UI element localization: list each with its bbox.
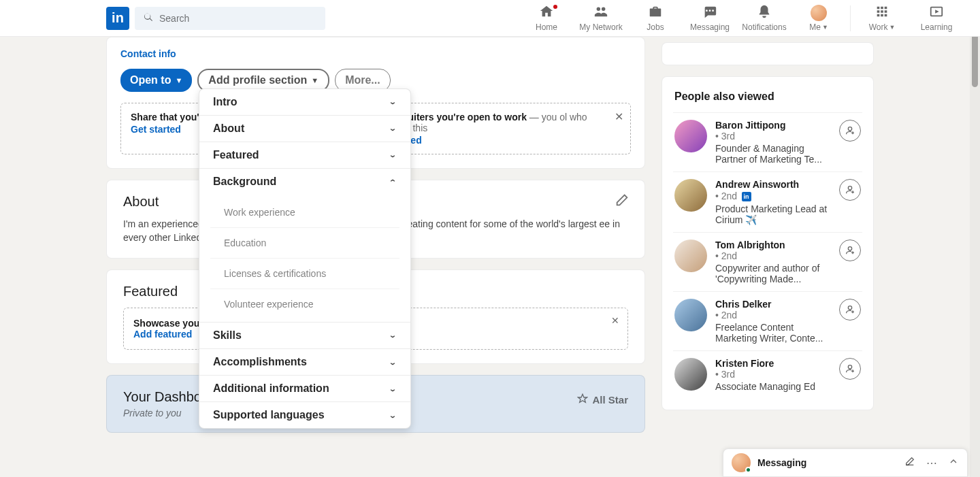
- dd-skills[interactable]: Skills ⌄: [199, 322, 410, 349]
- network-icon: [593, 4, 608, 21]
- pv-desc: Founder & Managing Partner of Marketing …: [715, 143, 831, 165]
- nav-network[interactable]: My Network: [574, 0, 628, 37]
- nav-network-label: My Network: [579, 22, 622, 32]
- dd-additional-info[interactable]: Additional information ⌄: [199, 376, 410, 402]
- pv-item[interactable]: Chris Delker • 2nd Freelance Content Mar…: [673, 291, 862, 350]
- dd-featured[interactable]: Featured ⌄: [199, 142, 410, 169]
- global-nav: in Home My Network Jobs: [0, 0, 980, 37]
- nav-learning[interactable]: Learning: [909, 0, 964, 37]
- pv-name: Andrew Ainsworth: [715, 179, 831, 190]
- dd-background-label: Background: [213, 176, 276, 188]
- pv-desc: Associate Managing Ed: [715, 381, 831, 392]
- hiring-bold: Share that you're: [131, 112, 208, 122]
- dd-intro-label: Intro: [213, 96, 238, 108]
- chevron-up-icon[interactable]: [948, 456, 959, 470]
- nav-notifications-label: Notifications: [742, 22, 786, 32]
- search-input[interactable]: [159, 13, 320, 24]
- grid-icon: [875, 4, 889, 21]
- people-also-viewed: People also viewed Baron Jittipong • 3rd…: [662, 76, 874, 410]
- dd-about[interactable]: About ⌄: [199, 116, 410, 142]
- aside-top-card: [662, 42, 874, 65]
- dd-about-label: About: [213, 122, 244, 135]
- allstar-badge: All Star: [577, 393, 628, 406]
- nav-jobs[interactable]: Jobs: [628, 0, 683, 37]
- pv-degree: • 2nd: [715, 250, 831, 261]
- avatar: [674, 120, 707, 152]
- open-to-work-callout: ✕ recruiters you're open to work — you o…: [380, 103, 631, 154]
- aside-title: People also viewed: [673, 88, 862, 112]
- dd-supported-languages[interactable]: Supported languages ⌄: [199, 402, 410, 428]
- nav-messaging[interactable]: Messaging: [683, 0, 737, 37]
- messaging-overlay[interactable]: Messaging ⋯: [723, 448, 968, 477]
- add-section-dropdown: Intro ⌄ About ⌄ Featured ⌄ Background ⌄ …: [199, 88, 411, 429]
- avatar: [674, 358, 707, 391]
- dd-accomplishments[interactable]: Accomplishments ⌄: [199, 349, 410, 376]
- pencil-icon[interactable]: [615, 193, 630, 211]
- dd-background[interactable]: Background ⌄: [199, 169, 410, 195]
- contact-info-link[interactable]: Contact info: [120, 48, 631, 59]
- connect-icon[interactable]: [839, 240, 861, 261]
- pv-item[interactable]: Tom Albrighton • 2nd Copywriter and auth…: [673, 232, 862, 291]
- nav-work[interactable]: Work▼: [855, 0, 909, 37]
- add-section-label: Add profile section: [208, 74, 307, 86]
- pv-name: Baron Jittipong: [715, 120, 831, 131]
- star-icon: [577, 393, 588, 406]
- pv-degree: • 2nd: [715, 310, 831, 320]
- pv-item[interactable]: Baron Jittipong • 3rd Founder & Managing…: [673, 112, 862, 171]
- dd-intro[interactable]: Intro ⌄: [199, 89, 410, 116]
- dd-addl-label: Additional information: [213, 382, 329, 395]
- chevron-up-icon: ⌄: [389, 178, 397, 185]
- connect-icon[interactable]: [839, 179, 861, 201]
- nav-items: Home My Network Jobs Messaging Notificat…: [519, 0, 964, 37]
- dd-work-experience[interactable]: Work experience: [210, 197, 399, 228]
- connect-icon[interactable]: [839, 358, 861, 380]
- pv-item[interactable]: Kristen Fiore • 3rd Associate Managing E…: [673, 350, 862, 399]
- chevron-down-icon: ⌄: [389, 358, 397, 365]
- nav-messaging-label: Messaging: [690, 22, 730, 32]
- dd-featured-label: Featured: [213, 149, 259, 161]
- dd-education[interactable]: Education: [210, 228, 399, 259]
- featured-show: Showcase your: [133, 318, 203, 329]
- avatar: [674, 179, 707, 212]
- pv-degree: • 3rd: [715, 131, 831, 142]
- connect-icon[interactable]: [839, 120, 861, 142]
- msg-avatar: [732, 453, 751, 472]
- compose-icon[interactable]: [904, 456, 915, 470]
- add-featured-link[interactable]: Add featured: [133, 329, 192, 340]
- scrollbar[interactable]: [970, 0, 980, 477]
- more-icon[interactable]: ⋯: [926, 457, 937, 470]
- started-link[interactable]: started: [390, 135, 607, 146]
- caret-down-icon: ▼: [175, 76, 182, 84]
- pv-desc: Product Marketing Lead at Cirium ✈️: [715, 203, 831, 225]
- chevron-down-icon: ⌄: [389, 411, 397, 418]
- connect-icon[interactable]: [839, 299, 861, 320]
- nav-home[interactable]: Home: [519, 0, 574, 37]
- pv-item[interactable]: Andrew Ainsworth • 2nd in Product Market…: [673, 171, 862, 232]
- chevron-down-icon: ⌄: [389, 331, 397, 339]
- nav-me[interactable]: Me▼: [791, 0, 846, 37]
- dd-background-sub: Work experience Education Licenses & cer…: [199, 195, 410, 322]
- dd-licenses[interactable]: Licenses & certifications: [210, 259, 399, 289]
- chevron-down-icon: ⌄: [389, 384, 397, 392]
- avatar: [674, 240, 707, 272]
- search-bar[interactable]: [135, 7, 325, 30]
- chevron-down-icon: ⌄: [389, 151, 397, 159]
- open-to-label: Open to: [130, 74, 171, 86]
- dd-lang-label: Supported languages: [213, 409, 325, 421]
- home-badge: [552, 3, 559, 10]
- linkedin-logo[interactable]: in: [106, 7, 129, 30]
- pv-name: Kristen Fiore: [715, 358, 831, 369]
- nav-notifications[interactable]: Notifications: [737, 0, 791, 37]
- open-to-button[interactable]: Open to ▼: [120, 69, 192, 92]
- close-icon[interactable]: ✕: [611, 315, 619, 326]
- caret-down-icon: ▼: [311, 76, 318, 84]
- avatar: [674, 299, 707, 331]
- pv-desc: Freelance Content Marketing Writer, Cont…: [715, 322, 831, 344]
- search-icon: [143, 12, 154, 25]
- nav-avatar: [811, 5, 827, 21]
- close-icon[interactable]: ✕: [615, 110, 623, 123]
- dd-volunteer[interactable]: Volunteer experience: [210, 289, 399, 319]
- bell-icon: [757, 4, 772, 21]
- pv-name: Tom Albrighton: [715, 240, 831, 250]
- jobs-icon: [648, 4, 663, 21]
